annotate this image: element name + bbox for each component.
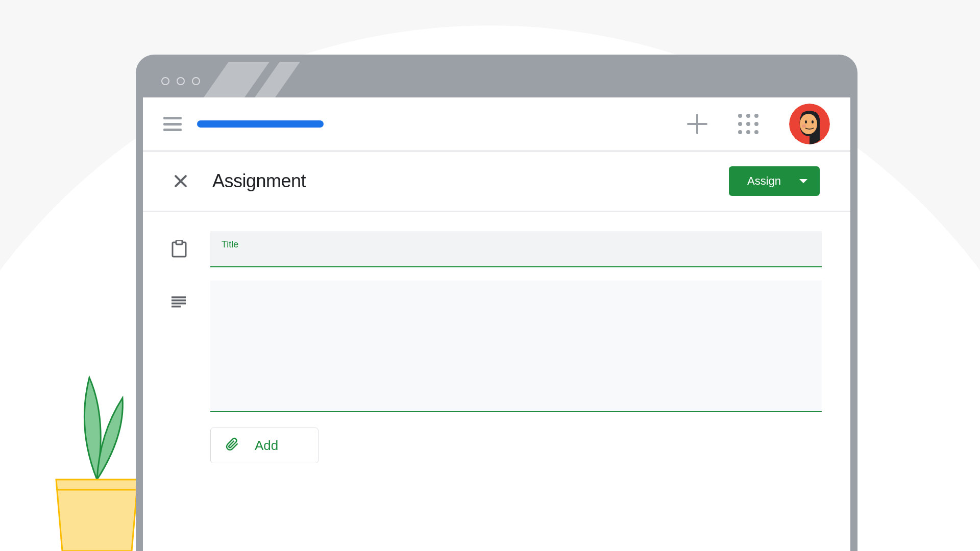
clipboard-icon — [172, 240, 192, 260]
window-controls[interactable] — [161, 77, 200, 85]
svg-point-4 — [812, 120, 814, 123]
app-content: Assignment Assign — [143, 97, 850, 551]
svg-point-2 — [800, 114, 817, 134]
window-control-dot[interactable] — [192, 77, 200, 85]
description-input[interactable] — [210, 281, 822, 412]
svg-rect-9 — [172, 299, 186, 302]
attachment-icon — [225, 437, 239, 455]
svg-rect-10 — [172, 303, 186, 305]
assign-button[interactable]: Assign — [729, 166, 820, 196]
add-button[interactable]: Add — [210, 428, 318, 463]
browser-device-frame: Assignment Assign — [136, 55, 857, 551]
plus-icon[interactable] — [687, 114, 707, 134]
assign-button-label: Assign — [747, 174, 781, 188]
svg-rect-8 — [172, 296, 186, 298]
menu-icon[interactable] — [163, 117, 182, 131]
close-icon[interactable] — [174, 174, 188, 188]
svg-point-3 — [805, 120, 807, 123]
add-button-label: Add — [255, 438, 278, 454]
title-input-label: Title — [222, 239, 238, 249]
assignment-form: Title Add — [143, 212, 850, 483]
window-control-dot[interactable] — [161, 77, 169, 85]
apps-grid-icon[interactable] — [738, 114, 758, 134]
window-control-dot[interactable] — [177, 77, 185, 85]
svg-rect-11 — [172, 306, 181, 308]
top-toolbar — [143, 97, 850, 152]
title-input[interactable]: Title — [210, 231, 822, 267]
app-logo-placeholder — [197, 120, 324, 128]
page-header: Assignment Assign — [143, 152, 850, 212]
user-avatar[interactable] — [789, 104, 830, 144]
svg-rect-7 — [176, 240, 182, 244]
window-titlebar — [143, 62, 850, 97]
caret-down-icon — [799, 179, 807, 183]
text-lines-icon — [172, 296, 192, 310]
svg-point-5 — [802, 124, 806, 128]
page-title: Assignment — [212, 170, 306, 192]
plant-decoration — [46, 347, 148, 551]
